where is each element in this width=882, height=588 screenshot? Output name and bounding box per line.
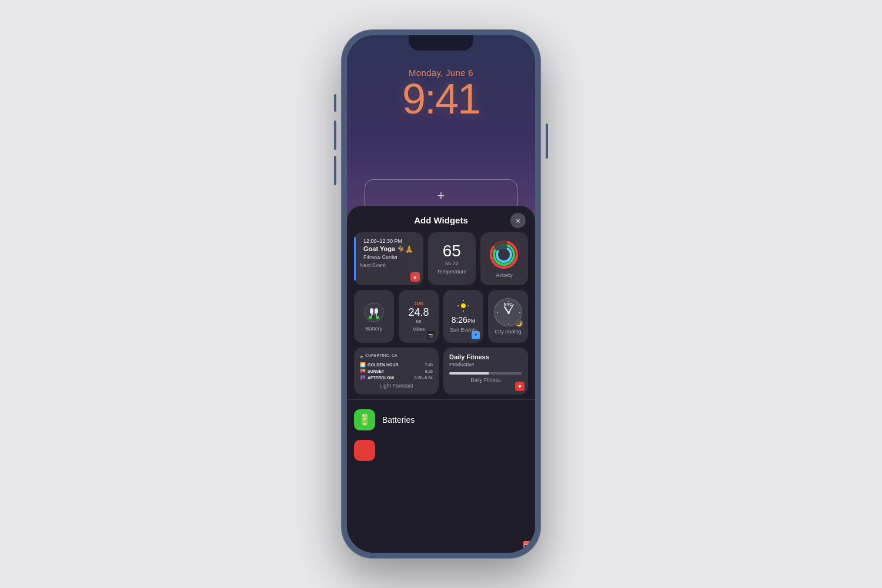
svg-point-10 (375, 308, 378, 314)
temperature-widget[interactable]: 65 55 72 Temperature (428, 232, 476, 285)
widget-row-1: 12:00–12:30 PM Goat Yoga 🐐🧘 Fitness Cent… (347, 232, 535, 285)
notch (409, 35, 473, 51)
widget-row-2: 󰋾 Battery (347, 290, 535, 343)
widget-row-3: ➤ CUPERTINO, CA 🌅 GOLDEN HOUR 7:49 🌇 SUN… (347, 348, 535, 395)
add-widgets-sheet: Add Widgets × 12:00–12:30 PM Goat Yoga 🐐… (347, 206, 535, 553)
sun-icon (457, 300, 469, 312)
forecast-city: CUPERTINO, CA (365, 353, 397, 358)
power-button[interactable] (546, 123, 548, 159)
temperature-label: Temperature (437, 269, 467, 275)
activity-label: Activity (496, 272, 513, 278)
mute-button[interactable] (334, 94, 336, 112)
phone-frame: Monday, June 6 9:41 + Add Widgets × (341, 29, 541, 559)
sun-events-widget[interactable]: 8:26PM ☀ Sun Events (443, 290, 483, 343)
svg-point-20 (508, 301, 509, 302)
city-analog-label: City Analog (495, 329, 522, 335)
daily-fitness-label: Daily Fitness (449, 377, 522, 383)
app-list: 🔋 Batteries (347, 399, 535, 470)
svg-point-9 (370, 308, 373, 314)
afterglow-row: 🌆 AFTERGLOW 8:26–8:54 (360, 375, 433, 380)
date-time-display: Monday, June 6 9:41 (347, 68, 535, 120)
svg-point-26 (507, 312, 510, 314)
next-event-widget[interactable]: 12:00–12:30 PM Goat Yoga 🐐🧘 Fitness Cent… (354, 232, 423, 285)
golden-hour-row: 🌅 GOLDEN HOUR 7:49 (360, 362, 433, 368)
temp-range: 55 72 (445, 260, 459, 266)
fitness-subtitle: Productive (449, 362, 522, 368)
analog-clock: NYC (494, 298, 522, 326)
battery-label: Battery (366, 326, 383, 332)
miles-display: JUN 24.8 MI (408, 301, 429, 324)
svg-point-22 (508, 323, 509, 325)
svg-line-25 (509, 305, 513, 313)
second-app-icon (354, 440, 375, 461)
light-forecast-widget[interactable]: ➤ CUPERTINO, CA 🌅 GOLDEN HOUR 7:49 🌇 SUN… (354, 348, 439, 395)
activity-rings (489, 239, 519, 270)
fitness-progress-fill (449, 372, 489, 375)
miles-widget[interactable]: JUN 24.8 MI 📷 Miles (399, 290, 439, 343)
next-event-label: Next Event (360, 262, 417, 268)
svg-point-23 (497, 312, 498, 313)
miles-label: Miles (412, 326, 425, 332)
miles-unit: MI (408, 319, 429, 324)
volume-up-button[interactable] (334, 121, 336, 150)
batteries-app-name: Batteries (382, 415, 415, 425)
battery-icon: 󰋾 (363, 301, 385, 323)
list-item[interactable] (354, 435, 528, 466)
calendar-badge: 6 (410, 272, 420, 282)
list-item[interactable]: 🔋 Batteries (354, 405, 528, 435)
sun-time: 8:26PM (452, 315, 476, 325)
battery-widget[interactable]: 󰋾 Battery (354, 290, 394, 343)
sunset-row: 🌇 SUNSET 8:26 (360, 369, 433, 374)
sheet-header: Add Widgets × (347, 206, 535, 232)
time-label: 9:41 (347, 78, 535, 120)
light-forecast-label: Light Forecast (360, 383, 433, 389)
event-name: Goat Yoga 🐐🧘 (363, 245, 417, 253)
sheet-title: Add Widgets (414, 215, 468, 225)
svg-point-21 (519, 312, 520, 313)
fitness-progress-bar (449, 372, 522, 375)
svg-point-13 (376, 316, 379, 319)
event-location: Fitness Center (363, 254, 417, 260)
close-icon: × (516, 216, 520, 225)
activity-widget[interactable]: Activity (480, 232, 528, 285)
miles-number: 24.8 (408, 306, 429, 319)
city-analog-widget[interactable]: NYC (488, 290, 528, 343)
fitness-title: Daily Fitness (449, 353, 522, 360)
add-widget-icon: + (437, 188, 445, 203)
temp-main: 65 (443, 243, 461, 259)
event-time: 12:00–12:30 PM (363, 238, 417, 244)
phone-screen: Monday, June 6 9:41 + Add Widgets × (347, 35, 535, 553)
svg-point-14 (369, 316, 372, 319)
svg-point-15 (461, 303, 466, 308)
miles-month: JUN (408, 301, 429, 306)
daily-fitness-widget[interactable]: Daily Fitness Productive ♥ Daily Fitness (443, 348, 528, 395)
event-accent-bar (354, 237, 356, 280)
volume-down-button[interactable] (334, 156, 336, 185)
batteries-app-icon: 🔋 (354, 409, 375, 430)
close-button[interactable]: × (510, 213, 526, 228)
